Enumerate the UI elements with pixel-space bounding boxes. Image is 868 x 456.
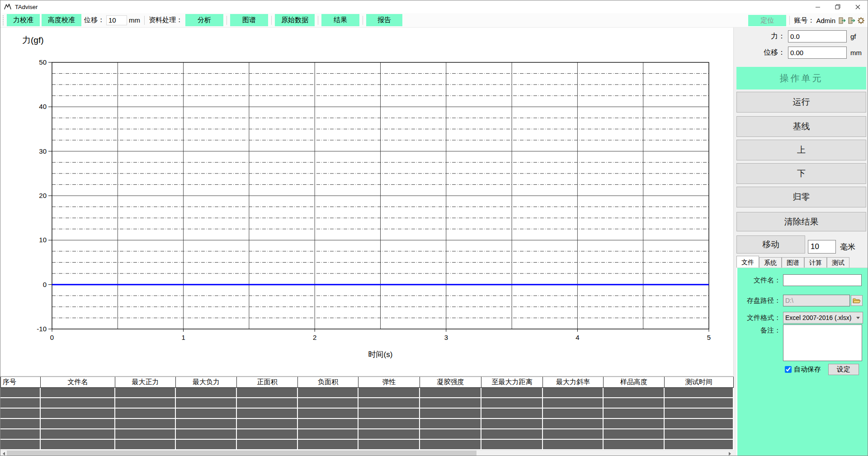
scroll-left-arrow-icon[interactable] — [0, 451, 7, 456]
table-cell — [420, 419, 481, 429]
svg-text:0: 0 — [43, 281, 47, 288]
operate-unit-button[interactable]: 操作单元 — [736, 67, 866, 89]
table-cell — [543, 440, 604, 450]
results-button[interactable]: 结果 — [321, 14, 359, 26]
column-header: 文件名 — [41, 377, 115, 387]
displacement-readout-label: 位移： — [764, 48, 785, 57]
logout-icon[interactable] — [848, 17, 855, 24]
table-row[interactable] — [0, 429, 734, 440]
autosave-checkbox[interactable] — [785, 366, 792, 373]
close-button[interactable] — [848, 0, 868, 13]
table-cell — [481, 388, 543, 398]
graph-button[interactable]: 图谱 — [230, 14, 268, 26]
table-cell — [237, 388, 298, 398]
file-format-select[interactable]: Excel 2007-2016 (.xlsx) — [783, 312, 863, 324]
table-cell — [298, 398, 359, 409]
set-button[interactable]: 设定 — [828, 364, 859, 375]
login-icon[interactable] — [838, 17, 846, 24]
chart-canvas: 50403020100-10012345力(gf)时间(s) — [0, 28, 734, 376]
tab-4[interactable]: 测试 — [827, 257, 849, 268]
svg-text:20: 20 — [39, 192, 47, 199]
column-header: 最大正力 — [115, 377, 176, 387]
restore-button[interactable] — [828, 0, 848, 13]
baseline-button[interactable]: 基线 — [736, 116, 866, 137]
toolbar-separator — [226, 16, 227, 25]
table-cell — [481, 429, 543, 440]
table-cell — [115, 398, 176, 409]
scrollbar-thumb[interactable] — [7, 451, 476, 456]
autosave-toggle[interactable]: 自动保存 — [785, 365, 821, 374]
displacement-input[interactable] — [106, 15, 127, 25]
run-button[interactable]: 运行 — [736, 92, 866, 113]
table-row[interactable] — [0, 398, 734, 409]
displacement-readout-input[interactable] — [788, 47, 847, 59]
height-calibrate-button[interactable]: 高度校准 — [42, 14, 81, 26]
table-cell — [604, 440, 665, 450]
move-button[interactable]: 移动 — [736, 235, 805, 254]
table-cell — [41, 398, 115, 409]
app-window: TAdviser 力校准 高度校准 位移： mm 资料处理： 分析 — [0, 0, 868, 456]
tab-2[interactable]: 图谱 — [782, 257, 804, 268]
table-row[interactable] — [0, 440, 734, 450]
table-cell — [115, 409, 176, 419]
settings-gear-icon[interactable] — [857, 17, 865, 24]
table-cell — [41, 440, 115, 450]
table-cell — [41, 429, 115, 440]
raw-data-button[interactable]: 原始数据 — [275, 14, 315, 26]
displacement-unit: mm — [129, 16, 140, 24]
clear-results-button[interactable]: 清除结果 — [736, 212, 866, 231]
table-row[interactable] — [0, 419, 734, 429]
results-table-header: 序号文件名最大正力最大负力正面积负面积弹性凝胶强度至最大力距离最大力斜率样品高度… — [0, 376, 734, 388]
tab-1[interactable]: 系统 — [759, 257, 782, 268]
horizontal-scrollbar[interactable] — [0, 450, 734, 456]
file-tab-panel: 文件名： 存盘路径： 文件格式： Exce — [736, 268, 868, 456]
tab-0[interactable]: 文件 — [736, 256, 759, 268]
browse-folder-button[interactable] — [851, 295, 863, 306]
table-row[interactable] — [0, 409, 734, 419]
column-header: 序号 — [0, 377, 41, 387]
table-cell — [0, 429, 41, 440]
table-cell — [237, 398, 298, 409]
folder-icon — [853, 297, 861, 304]
move-distance-input[interactable] — [808, 240, 836, 254]
table-cell — [665, 409, 734, 419]
up-button[interactable]: 上 — [736, 140, 866, 160]
filename-label: 文件名： — [737, 276, 781, 285]
table-cell — [0, 409, 41, 419]
report-button[interactable]: 报告 — [366, 14, 402, 26]
down-button[interactable]: 下 — [736, 163, 866, 184]
table-cell — [604, 429, 665, 440]
toolbar-grip[interactable] — [3, 15, 4, 25]
scroll-right-arrow-icon[interactable] — [726, 451, 733, 456]
table-cell — [481, 398, 543, 409]
table-row[interactable] — [0, 388, 734, 398]
table-cell — [420, 429, 481, 440]
force-calibrate-button[interactable]: 力校准 — [7, 14, 40, 26]
table-cell — [359, 409, 420, 419]
table-cell — [0, 440, 41, 450]
zero-button[interactable]: 归零 — [736, 187, 866, 207]
table-cell — [604, 419, 665, 429]
table-cell — [298, 429, 359, 440]
table-cell — [604, 409, 665, 419]
table-cell — [237, 429, 298, 440]
left-column: 50403020100-10012345力(gf)时间(s) 序号文件名最大正力… — [0, 28, 734, 456]
remark-textarea[interactable] — [783, 324, 862, 361]
tab-3[interactable]: 计算 — [804, 257, 827, 268]
minimize-button[interactable] — [808, 0, 828, 13]
file-format-label: 文件格式： — [737, 314, 781, 322]
save-path-input[interactable] — [783, 295, 850, 306]
svg-text:3: 3 — [444, 334, 448, 341]
force-readout-input[interactable] — [788, 30, 847, 42]
filename-input[interactable] — [783, 274, 862, 286]
force-readout-unit: gf — [850, 33, 864, 40]
column-header: 测试时间 — [665, 377, 734, 387]
table-cell — [665, 429, 734, 440]
svg-text:4: 4 — [576, 334, 579, 341]
table-cell — [481, 409, 543, 419]
analysis-button[interactable]: 分析 — [185, 14, 223, 26]
table-cell — [237, 440, 298, 450]
remark-label: 备注： — [737, 324, 781, 335]
svg-text:30: 30 — [39, 147, 47, 155]
positioning-button[interactable]: 定位 — [748, 15, 786, 26]
